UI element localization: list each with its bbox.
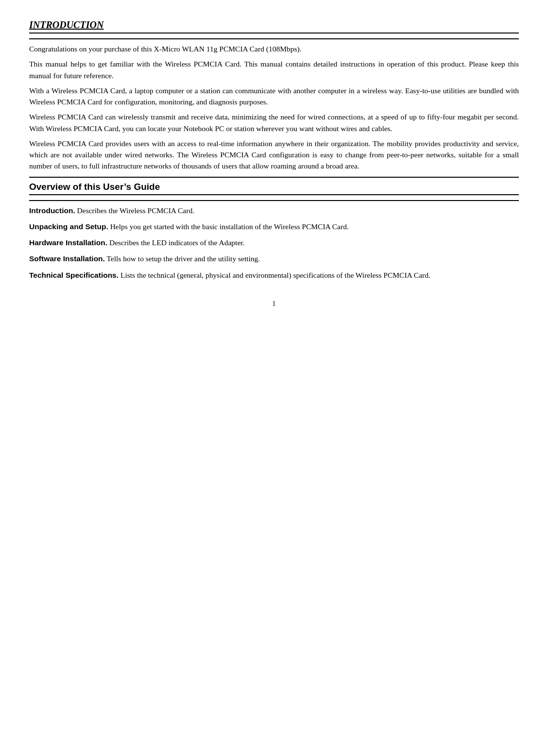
guide-item-technical: Technical Specifications. Lists the tech… [29, 269, 519, 281]
paragraph-1: Congratulations on your purchase of this… [29, 43, 519, 54]
overview-title: Overview of this User’s Guide [29, 182, 519, 195]
guide-item-hardware-body: Describes the LED indicators of the Adap… [107, 238, 244, 247]
page-container: INTRODUCTION Congratulations on your pur… [29, 19, 519, 308]
guide-item-technical-title: Technical Specifications. [29, 271, 119, 279]
overview-divider-top [29, 177, 519, 178]
guide-item-technical-body: Lists the technical (general, physical a… [119, 271, 430, 279]
guide-item-unpacking-body: Helps you get started with the basic ins… [108, 222, 349, 231]
guide-item-software-title: Software Installation. [29, 254, 105, 263]
guide-item-hardware-title: Hardware Installation. [29, 238, 107, 247]
guide-item-software-body: Tells how to setup the driver and the ut… [105, 254, 260, 263]
page-number: 1 [29, 300, 519, 308]
guide-item-unpacking: Unpacking and Setup. Helps you get start… [29, 221, 519, 232]
guide-item-introduction: Introduction. Describes the Wireless PCM… [29, 205, 519, 216]
guide-item-introduction-body: Describes the Wireless PCMCIA Card. [75, 206, 194, 215]
guide-item-hardware: Hardware Installation. Describes the LED… [29, 237, 519, 248]
title-divider [29, 38, 519, 39]
guide-item-software: Software Installation. Tells how to setu… [29, 253, 519, 264]
guide-item-introduction-title: Introduction. [29, 206, 75, 215]
paragraph-3: With a Wireless PCMCIA Card, a laptop co… [29, 85, 519, 108]
guide-item-unpacking-title: Unpacking and Setup. [29, 222, 108, 231]
paragraph-5: Wireless PCMCIA Card provides users with… [29, 138, 519, 172]
paragraph-4: Wireless PCMCIA Card can wirelessly tran… [29, 111, 519, 134]
paragraph-2: This manual helps to get familiar with t… [29, 58, 519, 81]
page-title: INTRODUCTION [29, 19, 519, 34]
overview-divider-bottom [29, 200, 519, 201]
